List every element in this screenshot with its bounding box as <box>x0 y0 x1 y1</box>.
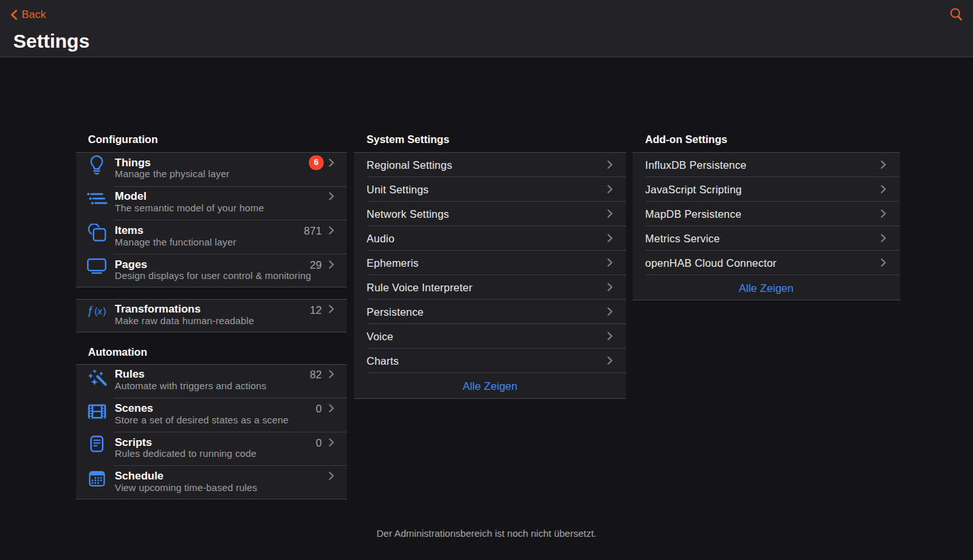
svg-text:x: x <box>97 306 103 316</box>
svg-text:): ) <box>103 306 106 316</box>
svg-text:ƒ: ƒ <box>87 306 93 317</box>
